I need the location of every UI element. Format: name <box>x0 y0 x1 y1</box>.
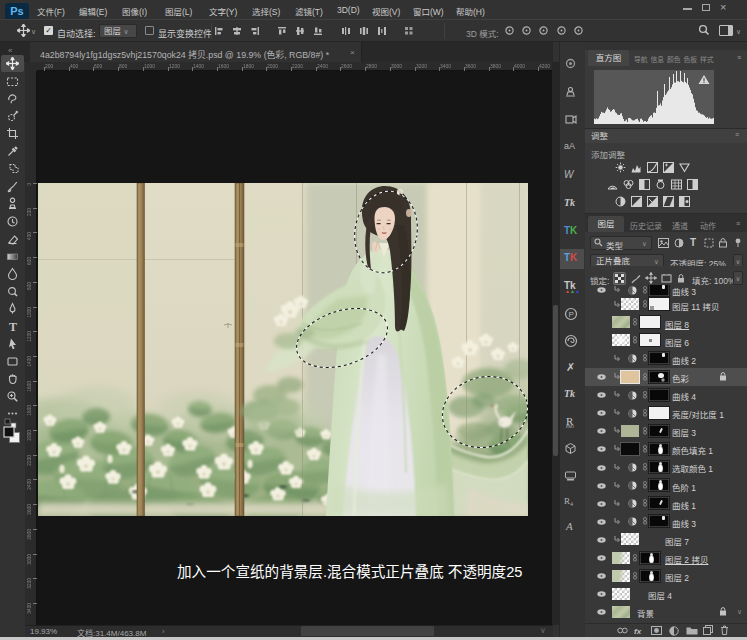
svg-text:P: P <box>569 310 574 319</box>
svg-text:T: T <box>9 320 17 333</box>
